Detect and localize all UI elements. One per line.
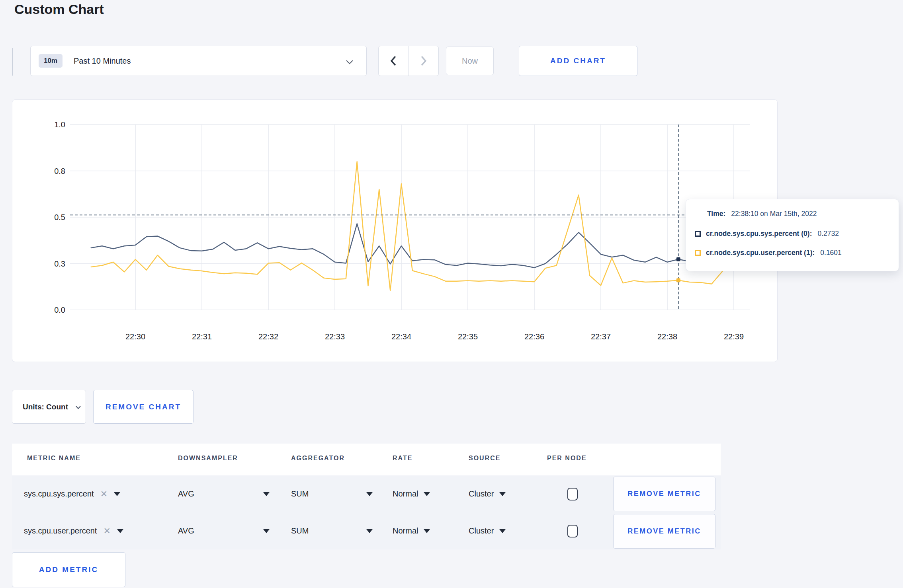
svg-text:0.0: 0.0 — [54, 306, 65, 314]
remove-metric-button[interactable]: REMOVE METRIC — [613, 514, 715, 549]
caret-down-icon — [263, 492, 270, 496]
header-per-node: PER NODE — [547, 455, 587, 462]
svg-text:22:32: 22:32 — [258, 332, 278, 341]
downsampler-value: AVG — [178, 489, 194, 498]
toolbar-divider — [12, 48, 13, 76]
remove-chart-button[interactable]: REMOVE CHART — [93, 390, 194, 424]
svg-text:22:30: 22:30 — [125, 332, 145, 341]
aggregator-value: SUM — [291, 489, 309, 498]
caret-down-icon — [114, 492, 120, 496]
source-dropdown[interactable]: Cluster — [469, 475, 506, 512]
rate-dropdown[interactable]: Normal — [393, 512, 430, 549]
caret-down-icon — [499, 492, 506, 496]
caret-down-icon — [263, 529, 270, 533]
svg-text:1.0: 1.0 — [54, 120, 65, 129]
time-window-badge: 10m — [39, 54, 63, 68]
aggregator-dropdown[interactable]: SUM — [291, 475, 373, 512]
rate-value: Normal — [393, 526, 418, 535]
svg-text:22:36: 22:36 — [524, 332, 544, 341]
source-dropdown[interactable]: Cluster — [469, 512, 506, 549]
now-button[interactable]: Now — [446, 47, 494, 75]
svg-text:22:34: 22:34 — [391, 332, 411, 341]
caret-down-icon — [366, 529, 373, 533]
chart-card: 0.00.30.50.81.022:3022:3122:3222:3322:34… — [12, 99, 778, 362]
tooltip-time-value: 22:38:10 on Mar 15th, 2022 — [731, 210, 817, 218]
tooltip-series-user-value: 0.1601 — [820, 249, 842, 257]
per-node-checkbox[interactable] — [567, 525, 578, 537]
time-window-label: Past 10 Minutes — [74, 56, 131, 66]
aggregator-dropdown[interactable]: SUM — [291, 512, 373, 549]
metrics-table-header: METRIC NAME DOWNSAMPLER AGGREGATOR RATE … — [12, 444, 721, 475]
caret-down-icon — [366, 492, 373, 496]
tooltip-series-user-label: cr.node.sys.cpu.user.percent (1): — [706, 249, 815, 257]
chevron-down-icon — [75, 404, 81, 411]
per-node-checkbox[interactable] — [567, 488, 578, 500]
metric-name-value: sys.cpu.sys.percent — [24, 489, 94, 498]
add-metric-button[interactable]: ADD METRIC — [12, 552, 125, 587]
tooltip-time-label: Time: — [707, 210, 725, 218]
source-value: Cluster — [469, 526, 494, 535]
downsampler-value: AVG — [178, 526, 194, 535]
series-user-swatch-icon — [695, 250, 701, 256]
tooltip-series-sys-label: cr.node.sys.cpu.sys.percent (0): — [706, 230, 812, 238]
rate-dropdown[interactable]: Normal — [393, 475, 430, 512]
downsampler-dropdown[interactable]: AVG — [178, 512, 270, 549]
remove-metric-button[interactable]: REMOVE METRIC — [613, 477, 715, 511]
svg-text:0.8: 0.8 — [54, 167, 65, 175]
svg-text:22:39: 22:39 — [724, 332, 744, 341]
caret-down-icon — [117, 529, 123, 533]
rate-value: Normal — [393, 489, 418, 498]
metric-name-dropdown[interactable]: sys.cpu.sys.percent ✕ — [24, 475, 120, 512]
svg-text:0.5: 0.5 — [54, 213, 65, 222]
time-step-arrows — [378, 46, 439, 76]
metric-name-dropdown[interactable]: sys.cpu.user.percent ✕ — [24, 512, 123, 549]
caret-down-icon — [424, 529, 430, 533]
metric-name-value: sys.cpu.user.percent — [24, 526, 97, 535]
svg-text:22:33: 22:33 — [325, 332, 345, 341]
chevron-down-icon — [346, 59, 354, 66]
tooltip-series-sys-value: 0.2732 — [818, 230, 839, 238]
header-rate: RATE — [393, 455, 412, 462]
series-sys-swatch-icon — [695, 231, 701, 237]
prev-time-button[interactable] — [379, 46, 408, 76]
svg-text:22:38: 22:38 — [657, 332, 677, 341]
next-time-button[interactable] — [408, 46, 439, 76]
svg-text:0.3: 0.3 — [54, 259, 65, 268]
time-window-dropdown[interactable]: 10m Past 10 Minutes — [30, 46, 367, 76]
header-downsampler: DOWNSAMPLER — [178, 455, 238, 462]
clear-metric-icon[interactable]: ✕ — [100, 490, 108, 498]
svg-text:22:31: 22:31 — [192, 332, 212, 341]
source-value: Cluster — [469, 489, 494, 498]
svg-text:22:35: 22:35 — [458, 332, 478, 341]
page-title: Custom Chart — [14, 2, 104, 17]
units-dropdown[interactable]: Units: Count — [12, 390, 86, 424]
caret-down-icon — [424, 492, 430, 496]
header-source: SOURCE — [469, 455, 500, 462]
timeseries-chart[interactable]: 0.00.30.50.81.022:3022:3122:3222:3322:34… — [12, 100, 778, 362]
units-label: Units: Count — [23, 403, 68, 411]
header-metric-name: METRIC NAME — [27, 455, 81, 462]
svg-text:22:37: 22:37 — [591, 332, 611, 341]
add-chart-button[interactable]: ADD CHART — [519, 46, 637, 76]
clear-metric-icon[interactable]: ✕ — [103, 527, 110, 535]
header-aggregator: AGGREGATOR — [291, 455, 345, 462]
chart-hover-tooltip: Time: 22:38:10 on Mar 15th, 2022 cr.node… — [686, 199, 899, 271]
downsampler-dropdown[interactable]: AVG — [178, 475, 270, 512]
aggregator-value: SUM — [291, 526, 309, 535]
caret-down-icon — [499, 529, 506, 533]
